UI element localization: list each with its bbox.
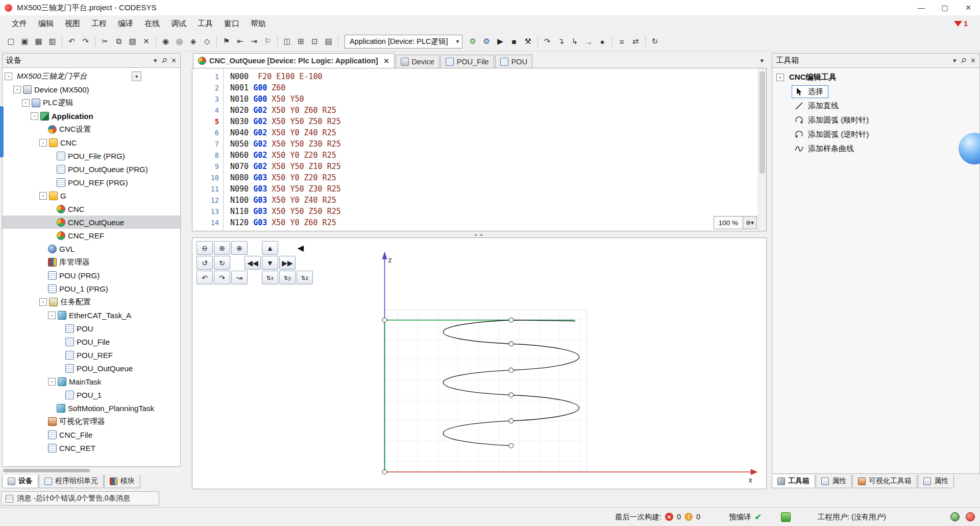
- close-tab-icon[interactable]: ✕: [384, 57, 389, 65]
- right-bottom-tab[interactable]: 属性: [918, 475, 954, 488]
- tree-item[interactable]: 库管理器: [3, 255, 180, 269]
- zoom-control[interactable]: 100 % ⊕▾: [714, 216, 757, 229]
- compare-icon[interactable]: ⇄: [629, 35, 643, 48]
- editor-tab[interactable]: Device: [396, 55, 439, 68]
- tree-item[interactable]: SoftMotion_PlanningTask: [3, 401, 180, 415]
- code-line[interactable]: 2N001 G00 Z60: [192, 82, 766, 93]
- new-project-icon[interactable]: ▢: [4, 35, 18, 48]
- editor-scrollbar-thumb[interactable]: [760, 71, 765, 174]
- close-panel-icon[interactable]: ✕: [970, 57, 976, 64]
- frame-view-icon[interactable]: ⊡: [308, 35, 322, 48]
- editor-tab[interactable]: POU_File: [440, 55, 494, 68]
- flow-control-icon[interactable]: ≡: [615, 35, 629, 48]
- left-bottom-tab[interactable]: 程序组织单元: [39, 475, 104, 488]
- menu-item[interactable]: 帮助: [245, 16, 272, 31]
- tab-list-dropdown-icon[interactable]: ▾: [760, 57, 764, 64]
- cnc-preview-pane[interactable]: ⊖⊛⊕▲◀ ↺↻◀◀▼▶▶ ↶↷↝⇅x⇅y⇅z: [192, 237, 767, 489]
- pin-icon[interactable]: ⚲: [959, 56, 968, 65]
- breakpoint-icon[interactable]: ●: [596, 35, 609, 48]
- editor-tab[interactable]: POU: [495, 55, 532, 68]
- tree-item[interactable]: CNC_File: [3, 428, 180, 441]
- axis-x-button[interactable]: ⇅x: [262, 271, 278, 284]
- tree-item[interactable]: CNC_OutQueue: [3, 216, 180, 229]
- open-project-icon[interactable]: ▣: [18, 35, 32, 48]
- tree-item[interactable]: POU (PRG): [3, 269, 180, 282]
- rotate-z-button[interactable]: ↝: [231, 271, 248, 284]
- code-line[interactable]: 12N100 G03 X50 Y0 Z40 R25: [192, 195, 766, 206]
- run-icon[interactable]: ▶: [494, 35, 507, 48]
- search-scope-icon[interactable]: ◇: [200, 35, 214, 48]
- tree-collapse-toggle[interactable]: -: [31, 112, 38, 120]
- tree-item[interactable]: -EtherCAT_Task_A: [3, 308, 180, 322]
- project-user[interactable]: 工程用户: (没有用户): [818, 508, 886, 526]
- code-line[interactable]: 8N060 G02 X50 Y0 Z20 R25: [192, 150, 766, 161]
- menu-item[interactable]: 工具: [192, 16, 218, 31]
- refresh-icon[interactable]: ↻: [648, 35, 662, 48]
- code-line[interactable]: 6N040 G02 X50 Y0 Z40 R25: [192, 127, 766, 138]
- tree-item[interactable]: CNC设置: [3, 123, 180, 136]
- application-combo[interactable]: Application [Device: PLC逻辑]▾: [345, 35, 462, 49]
- next-bookmark-icon[interactable]: ⇥: [247, 35, 261, 48]
- tree-item[interactable]: CNC_RET: [3, 441, 180, 455]
- right-bottom-tab[interactable]: 属性: [816, 475, 852, 488]
- collapse-toolbar-button[interactable]: ◀: [296, 242, 306, 254]
- axis-z-button[interactable]: ⇅z: [297, 271, 313, 284]
- monitor-icon[interactable]: ▤: [322, 35, 335, 48]
- code-line[interactable]: 14N120 G03 X50 Y0 Z60 R25: [192, 217, 766, 228]
- stop-icon[interactable]: ■: [507, 35, 521, 48]
- tree-item[interactable]: CNC: [3, 202, 180, 216]
- step-forward-button[interactable]: ▶▶: [279, 256, 296, 270]
- group-collapse-toggle[interactable]: -: [776, 74, 784, 81]
- axis-y-button[interactable]: ⇅y: [279, 271, 296, 284]
- toolbox-item[interactable]: 添加样条曲线: [772, 141, 979, 156]
- rotate-x-button[interactable]: ↶: [197, 271, 213, 284]
- tree-item[interactable]: -CNC: [3, 136, 180, 149]
- tree-item[interactable]: CNC_REF: [3, 229, 180, 242]
- tree-item[interactable]: -MainTask: [3, 375, 180, 388]
- maximize-button[interactable]: ▢: [933, 0, 957, 15]
- build-icon[interactable]: ⚙: [480, 35, 494, 48]
- toolbox-item[interactable]: 添加圆弧 (逆时针): [772, 127, 979, 141]
- notification-area[interactable]: 1: [954, 19, 968, 28]
- delete-icon[interactable]: ✕: [139, 35, 153, 48]
- step-backward-button[interactable]: ◀◀: [244, 256, 261, 270]
- tree-hscrollbar[interactable]: [2, 467, 181, 474]
- pin-icon[interactable]: ⚲: [160, 56, 168, 65]
- clear-bookmarks-icon[interactable]: ⚐: [261, 35, 275, 48]
- tree-collapse-toggle[interactable]: -: [48, 312, 56, 319]
- tree-collapse-toggle[interactable]: -: [39, 192, 47, 200]
- editor-scrollbar[interactable]: [758, 68, 766, 231]
- tree-collapse-toggle[interactable]: -: [39, 298, 47, 306]
- tree-item[interactable]: -G: [3, 189, 180, 202]
- toolbox-group[interactable]: - CNC编辑工具: [772, 70, 979, 84]
- step-over-icon[interactable]: ↷: [541, 35, 554, 48]
- panel-menu-icon[interactable]: ▾: [154, 57, 157, 64]
- right-bottom-tab[interactable]: 可视化工具箱: [852, 475, 917, 488]
- editor-tab[interactable]: CNC_OutQueue [Device: Plc Logic: Applica…: [193, 53, 395, 68]
- close-panel-icon[interactable]: ✕: [171, 57, 177, 64]
- find-icon[interactable]: ◉: [159, 35, 173, 48]
- right-bottom-tab[interactable]: 工具箱: [772, 475, 815, 488]
- globe-icon[interactable]: [950, 512, 960, 521]
- menu-item[interactable]: 调试: [165, 16, 192, 31]
- step-into-icon[interactable]: ↴: [554, 35, 568, 48]
- zoom-menu-button[interactable]: ⊕▾: [743, 217, 756, 229]
- editor-splitter[interactable]: ▲▲: [192, 231, 767, 237]
- tree-item[interactable]: POU_1: [3, 388, 180, 401]
- code-line[interactable]: 5N030 G02 X50 Y50 Z50 R25: [192, 116, 766, 127]
- login-icon[interactable]: ⚙: [466, 35, 480, 48]
- tree-item[interactable]: -Device (MX500): [3, 83, 180, 96]
- code-line[interactable]: 11N090 G03 X50 Y50 Z30 R25: [192, 183, 766, 195]
- zoom-out-button[interactable]: ⊖: [197, 241, 213, 255]
- message-bar[interactable]: 消息 -总计0个错误,0个警告,0条消息: [1, 491, 159, 506]
- tree-hscrollbar-thumb[interactable]: [3, 469, 90, 472]
- prev-bookmark-icon[interactable]: ⇤: [233, 35, 247, 48]
- code-line[interactable]: 9N070 G02 X50 Y50 Z10 R25: [192, 161, 766, 172]
- tree-collapse-toggle[interactable]: -: [39, 139, 47, 147]
- single-cycle-icon[interactable]: ⚒: [521, 35, 535, 48]
- code-editor[interactable]: 1N000 F20 E100 E-1002N001 G00 Z603N010 G…: [192, 68, 767, 231]
- tree-item[interactable]: POU_OutQueue (PRG): [3, 162, 180, 176]
- tree-item[interactable]: -PLC逻辑: [3, 96, 180, 109]
- panel-menu-icon[interactable]: ▾: [953, 57, 957, 64]
- tree-item[interactable]: POU: [3, 322, 180, 335]
